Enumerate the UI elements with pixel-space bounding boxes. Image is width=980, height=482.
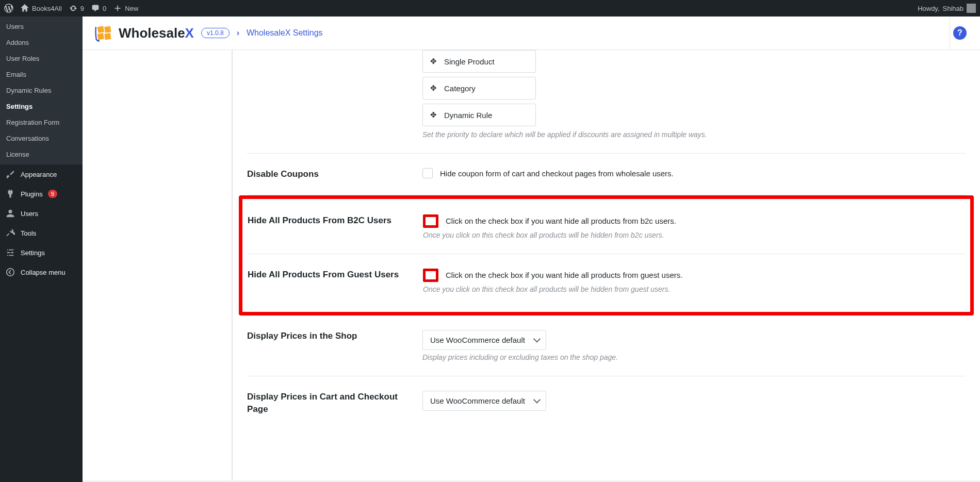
prices-shop-label: Display Prices in the Shop xyxy=(247,330,402,342)
prices-cart-label: Display Prices in Cart and Checkout Page xyxy=(247,391,402,415)
page-header: WholesaleX v1.0.8 › WholesaleX Settings … xyxy=(83,16,980,50)
howdy-user: Shihab xyxy=(943,5,963,12)
sidebar-collapse-label: Collapse menu xyxy=(21,269,66,276)
submenu-registration-form[interactable]: Registration Form xyxy=(0,114,83,130)
submenu-users[interactable]: Users xyxy=(0,19,83,35)
user-icon xyxy=(5,208,15,219)
disable-coupons-checkbox[interactable] xyxy=(422,168,433,178)
prices-shop-value: Use WooCommerce default xyxy=(430,336,525,344)
submenu-user-roles[interactable]: User Roles xyxy=(0,51,83,67)
wp-admin-bar: Books4All 9 0 New Howdy, Shihab xyxy=(0,0,980,16)
howdy-prefix: Howdy, xyxy=(918,5,939,12)
wrench-icon xyxy=(5,228,15,238)
wholesalex-submenu: Users Addons User Roles Emails Dynamic R… xyxy=(0,16,83,164)
wp-logo-menu[interactable] xyxy=(4,4,13,13)
sidebar-settings[interactable]: Settings xyxy=(0,243,83,262)
wholesalex-logo xyxy=(95,24,113,42)
annotation-highlight: Hide All Products From B2C Users Click o… xyxy=(239,195,974,315)
submenu-dynamic-rules[interactable]: Dynamic Rules xyxy=(0,82,83,98)
hide-b2c-hint: Once you click on this check box all pro… xyxy=(423,231,965,239)
submenu-license[interactable]: License xyxy=(0,146,83,162)
sidebar-appearance-label: Appearance xyxy=(21,171,57,178)
sidebar-plugins-label: Plugins xyxy=(21,190,43,198)
hide-guest-hint: Once you click on this check box all pro… xyxy=(423,285,965,293)
priority-item-label: Single Product xyxy=(444,57,495,66)
sidebar-collapse[interactable]: Collapse menu xyxy=(0,262,83,282)
hide-b2c-checkbox[interactable] xyxy=(423,214,438,228)
my-account-menu[interactable]: Howdy, Shihab xyxy=(918,4,976,13)
priority-hint: Set the priority to declare which will b… xyxy=(422,130,966,139)
version-badge: v1.0.8 xyxy=(201,28,230,38)
hide-b2c-label: Hide All Products From B2C Users xyxy=(248,214,402,227)
priority-item-category[interactable]: ✥ Category xyxy=(422,77,536,99)
hide-b2c-text: Click on the check box if you want hide … xyxy=(446,217,676,225)
home-icon xyxy=(21,4,29,12)
settings-secondary-nav xyxy=(83,50,232,480)
chevron-right-icon: › xyxy=(237,28,239,38)
priority-item-label: Category xyxy=(444,84,476,93)
brush-icon xyxy=(5,169,15,179)
disable-coupons-label: Disable Coupons xyxy=(247,168,402,180)
plugins-update-badge: 9 xyxy=(48,190,57,198)
submenu-conversations[interactable]: Conversations xyxy=(0,130,83,146)
prices-shop-select[interactable]: Use WooCommerce default xyxy=(422,330,546,350)
header-divider xyxy=(950,16,950,49)
brand-name: WholesaleX xyxy=(119,25,194,41)
sidebar-users[interactable]: Users xyxy=(0,204,83,223)
sidebar-tools-label: Tools xyxy=(21,229,36,237)
hide-guest-label: Hide All Products From Guest Users xyxy=(248,269,402,281)
svg-rect-4 xyxy=(104,33,111,40)
prices-shop-hint: Display prices including or excluding ta… xyxy=(422,353,966,361)
avatar xyxy=(967,4,976,13)
help-button[interactable]: ? xyxy=(953,26,967,40)
comments-menu[interactable]: 0 xyxy=(91,4,106,12)
svg-rect-3 xyxy=(97,33,104,40)
submenu-emails[interactable]: Emails xyxy=(0,67,83,82)
collapse-icon xyxy=(5,267,15,277)
breadcrumb-current: WholesaleX Settings xyxy=(247,28,323,38)
svg-point-5 xyxy=(97,40,100,42)
sidebar-users-label: Users xyxy=(21,210,38,218)
updates-count: 9 xyxy=(80,5,84,12)
svg-rect-2 xyxy=(104,26,111,33)
priority-item-single-product[interactable]: ✥ Single Product xyxy=(422,50,536,73)
plug-icon xyxy=(5,189,15,199)
move-icon: ✥ xyxy=(430,110,437,120)
disable-coupons-text: Hide coupon form of cart and checkout pa… xyxy=(440,169,674,178)
sidebar-plugins[interactable]: Plugins 9 xyxy=(0,184,83,204)
comment-icon xyxy=(91,4,100,12)
hide-guest-checkbox[interactable] xyxy=(423,269,438,282)
comments-count: 0 xyxy=(103,5,106,12)
sidebar-appearance[interactable]: Appearance xyxy=(0,164,83,184)
wordpress-icon xyxy=(4,4,13,13)
submenu-addons[interactable]: Addons xyxy=(0,35,83,51)
sidebar-tools[interactable]: Tools xyxy=(0,223,83,243)
update-icon xyxy=(69,4,77,12)
svg-point-0 xyxy=(7,269,14,276)
sidebar-settings-label: Settings xyxy=(21,249,45,257)
wp-admin-sidebar: Users Addons User Roles Emails Dynamic R… xyxy=(0,16,83,480)
sliders-icon xyxy=(5,247,15,258)
new-content-menu[interactable]: New xyxy=(113,4,138,12)
prices-cart-value: Use WooCommerce default xyxy=(430,396,525,405)
new-label: New xyxy=(125,5,138,12)
site-name-text: Books4All xyxy=(32,5,62,12)
move-icon: ✥ xyxy=(430,84,437,93)
priority-item-label: Dynamic Rule xyxy=(444,111,492,120)
plus-icon xyxy=(113,4,122,12)
hide-guest-text: Click on the check box if you want hide … xyxy=(446,271,682,279)
svg-rect-1 xyxy=(97,26,104,33)
site-name-menu[interactable]: Books4All xyxy=(21,4,62,12)
prices-cart-select[interactable]: Use WooCommerce default xyxy=(422,391,546,411)
settings-panel: ✥ Single Product ✥ Category ✥ Dynamic Ru… xyxy=(232,50,980,480)
submenu-settings[interactable]: Settings xyxy=(0,98,83,114)
move-icon: ✥ xyxy=(430,57,437,66)
updates-menu[interactable]: 9 xyxy=(69,4,84,12)
priority-item-dynamic-rule[interactable]: ✥ Dynamic Rule xyxy=(422,104,536,126)
